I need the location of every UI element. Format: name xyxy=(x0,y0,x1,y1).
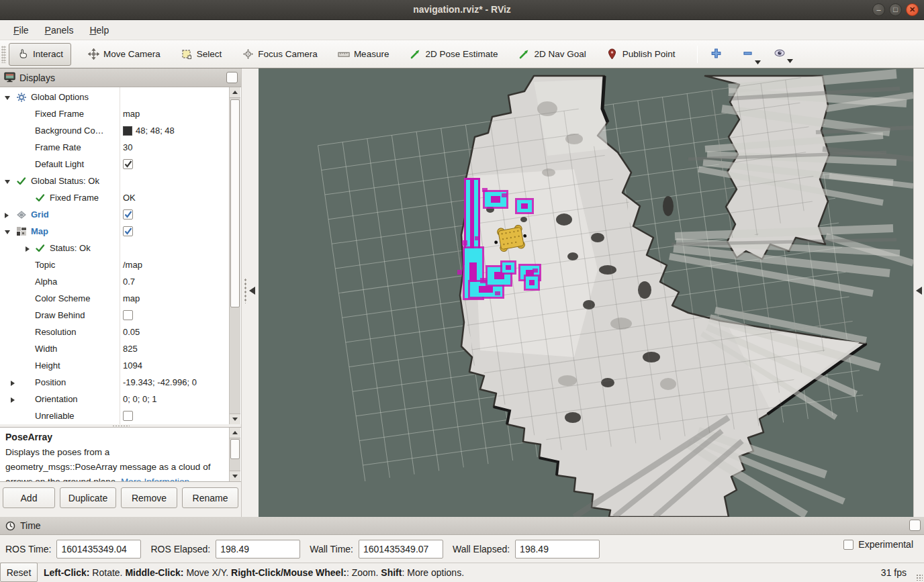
minimize-button[interactable]: – xyxy=(872,3,885,16)
checkbox[interactable] xyxy=(123,411,133,421)
tree-row-height[interactable]: Height1094 xyxy=(0,358,228,375)
tool-button-interact[interactable]: Interact xyxy=(9,43,71,66)
property-value[interactable]: map xyxy=(123,293,140,303)
expand-arrow-icon[interactable] xyxy=(11,397,15,403)
tree-row-draw-behind[interactable]: Draw Behind xyxy=(0,307,228,324)
help-scroll-down-button[interactable] xyxy=(230,471,240,481)
property-value[interactable]: 1094 xyxy=(123,360,142,371)
panel-splitter-right[interactable] xyxy=(913,68,924,517)
property-value[interactable] xyxy=(123,159,133,169)
tree-row-alpha[interactable]: Alpha0.7 xyxy=(0,274,228,291)
maximize-button[interactable]: □ xyxy=(889,3,902,16)
panel-splitter-left[interactable] xyxy=(242,68,259,517)
tool-button-focus-camera[interactable]: Focus Camera xyxy=(236,44,323,64)
tree-row-position[interactable]: Position-19.343; -42.996; 0 xyxy=(0,375,228,391)
tree-row-fixed-frame[interactable]: Fixed Framemap xyxy=(0,106,228,123)
tool-button-2d-pose-estimate[interactable]: 2D Pose Estimate xyxy=(404,44,503,64)
tool-button-publish-point[interactable]: Publish Point xyxy=(601,44,681,64)
tool-button-select[interactable]: Select xyxy=(175,44,228,64)
displays-panel-header[interactable]: Displays xyxy=(0,68,241,87)
tree-row-frame-rate[interactable]: Frame Rate30 xyxy=(0,140,228,156)
experimental-checkbox[interactable] xyxy=(843,540,853,550)
duplicate-button[interactable]: Duplicate xyxy=(60,487,116,508)
color-swatch[interactable] xyxy=(123,126,132,136)
viewport-3d[interactable] xyxy=(259,68,913,517)
tree-row-status-ok[interactable]: Status: Ok xyxy=(0,240,228,257)
expand-arrow-icon[interactable] xyxy=(5,230,10,234)
checkbox[interactable] xyxy=(123,209,133,220)
checkbox[interactable] xyxy=(123,159,133,169)
tree-row-unreliable[interactable]: Unreliable xyxy=(0,408,228,424)
help-scroll-up-button[interactable] xyxy=(230,428,240,438)
scrollbar-thumb[interactable] xyxy=(230,99,240,307)
property-value[interactable] xyxy=(123,310,133,320)
right-collapse-arrow-icon[interactable] xyxy=(916,287,922,295)
property-value[interactable]: 0; 0; 0; 1 xyxy=(123,394,157,404)
tool-button-move-camera[interactable]: Move Camera xyxy=(82,44,166,64)
expand-arrow-icon[interactable] xyxy=(5,96,10,100)
expand-arrow-icon[interactable] xyxy=(11,381,15,386)
splitter-collapse-arrow-icon[interactable] xyxy=(249,287,255,295)
scroll-down-button[interactable] xyxy=(230,414,240,424)
tool-button-2d-nav-goal[interactable]: 2D Nav Goal xyxy=(512,44,591,64)
help-scrollbar-thumb[interactable] xyxy=(230,439,240,459)
tree-row-default-light[interactable]: Default Light xyxy=(0,156,228,173)
property-value[interactable]: 30 xyxy=(123,142,132,152)
help-scrollbar[interactable] xyxy=(229,428,240,481)
expand-arrow-icon[interactable] xyxy=(26,246,30,252)
menu-item-file[interactable]: File xyxy=(7,23,36,38)
property-value[interactable]: 0.7 xyxy=(123,277,135,287)
add-tool-button[interactable] xyxy=(704,46,728,62)
property-value[interactable]: 48; 48; 48 xyxy=(123,126,175,136)
remove-button[interactable]: Remove xyxy=(121,487,177,508)
dropdown-caret-icon[interactable] xyxy=(755,56,761,66)
rename-button[interactable]: Rename xyxy=(182,487,238,508)
tree-row-width[interactable]: Width825 xyxy=(0,341,228,358)
tree-row-map[interactable]: Map xyxy=(0,224,228,240)
time-panel-float-button[interactable] xyxy=(909,520,921,531)
property-value[interactable]: /map xyxy=(123,260,142,270)
tree-row-global-status-ok[interactable]: Global Status: Ok xyxy=(0,173,228,190)
menu-item-panels[interactable]: Panels xyxy=(38,23,81,38)
splitter-grip[interactable] xyxy=(244,278,246,303)
panel-float-button[interactable] xyxy=(226,72,238,83)
reset-button[interactable]: Reset xyxy=(0,563,38,582)
menu-item-help[interactable]: Help xyxy=(83,23,116,38)
scroll-up-button[interactable] xyxy=(230,87,240,98)
property-value[interactable]: OK xyxy=(123,193,136,203)
tree-row-resolution[interactable]: Resolution0.05 xyxy=(0,324,228,341)
property-value[interactable] xyxy=(123,226,133,236)
checkbox[interactable] xyxy=(123,226,133,236)
remove-tool-button[interactable] xyxy=(736,46,759,62)
resize-grip[interactable] xyxy=(916,574,923,581)
property-value[interactable]: 825 xyxy=(123,344,138,354)
time-panel-header[interactable]: Time xyxy=(0,517,924,535)
expand-arrow-icon[interactable] xyxy=(5,213,9,218)
wall-elapsed-input[interactable] xyxy=(515,540,600,559)
toolbar-drag-handle[interactable] xyxy=(1,46,6,63)
property-value[interactable]: -19.343; -42.996; 0 xyxy=(123,377,197,387)
property-value[interactable]: map xyxy=(123,109,140,119)
tree-scrollbar[interactable] xyxy=(229,87,240,424)
expand-arrow-icon[interactable] xyxy=(5,180,10,184)
dropdown-caret-icon[interactable] xyxy=(787,55,793,65)
tree-row-background-co[interactable]: Background Co…48; 48; 48 xyxy=(0,123,228,140)
property-value[interactable] xyxy=(123,209,133,220)
tree-row-orientation[interactable]: Orientation0; 0; 0; 1 xyxy=(0,391,228,408)
help-link[interactable]: More Information. xyxy=(121,477,192,482)
checkbox[interactable] xyxy=(123,310,133,320)
tree-row-global-options[interactable]: Global Options xyxy=(0,89,228,106)
tree-row-grid[interactable]: Grid xyxy=(0,207,228,224)
property-value[interactable] xyxy=(123,411,133,421)
tool-button-measure[interactable]: Measure xyxy=(332,44,395,64)
tree-row-topic[interactable]: Topic/map xyxy=(0,257,228,274)
add-button[interactable]: Add xyxy=(3,487,55,508)
ros-elapsed-input[interactable] xyxy=(216,540,300,559)
wall-time-input[interactable] xyxy=(359,540,443,559)
tree-row-fixed-frame[interactable]: Fixed FrameOK xyxy=(0,190,228,207)
tree-row-color-scheme[interactable]: Color Schememap xyxy=(0,291,228,307)
ros-time-input[interactable] xyxy=(56,540,141,559)
close-button[interactable]: ✕ xyxy=(906,3,919,16)
property-value[interactable]: 0.05 xyxy=(123,327,140,337)
tool-properties-button[interactable] xyxy=(768,47,792,61)
